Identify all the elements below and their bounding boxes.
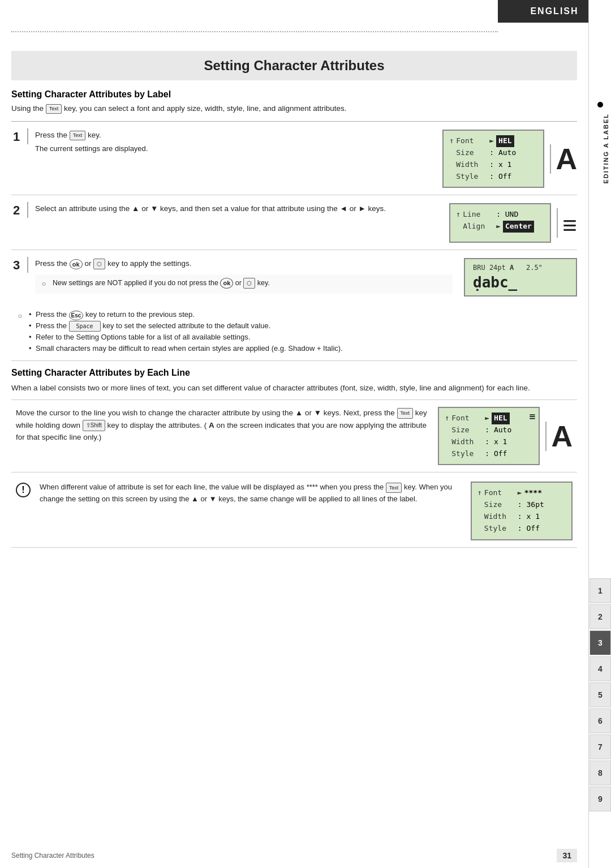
step-3-with-display: Press the ok or ⬡ key to apply the setti…: [35, 258, 577, 297]
step-1-row: 1 Press the Text key. The current settin…: [11, 122, 577, 195]
step-2-display: ↑ Line : UND Align ► Center: [449, 203, 577, 243]
lcd-row-font: ↑ Font ► HEL: [449, 135, 537, 147]
lcd-row-size: Size : Auto: [449, 147, 537, 159]
section1-heading: Setting Character Attributes by Label: [11, 89, 577, 100]
num-tab-9[interactable]: 9: [590, 787, 611, 811]
step-2-row: 2 Select an attribute using the ▲ or ▼ k…: [11, 195, 577, 250]
section2-display: ≡ ↑ Font ► HEL Size : Auto Width: [438, 407, 573, 465]
big-char-a1: A: [550, 144, 577, 174]
bullet-list: Press the Esc key to return to the previ…: [29, 309, 343, 354]
bullet-3: Refer to the Setting Options table for a…: [29, 332, 343, 343]
step-3-display: BRU 24pt A 2.5" ḍabc_: [464, 258, 577, 297]
side-dot: [597, 102, 603, 108]
w-lcd-row-size: Size : 36pt: [477, 499, 566, 511]
w-lcd-row-font: ↑ Font ► ****: [477, 487, 566, 499]
num-tab-3[interactable]: 3: [590, 630, 611, 655]
section2-intro: When a label consists two or more lines …: [11, 383, 577, 394]
step-1-with-display: Press the Text key. The current settings…: [35, 130, 577, 188]
esc-icon: Esc: [69, 311, 84, 320]
s2-lcd-row-width: Width : x 1: [445, 436, 533, 448]
footer-page: 31: [557, 849, 577, 862]
num-tab-7[interactable]: 7: [590, 734, 611, 759]
bullet-row: ⚬ Press the Esc key to return to the pre…: [16, 309, 577, 354]
page-title-box: Setting Character Attributes: [11, 51, 577, 80]
step-3-left: Press the ok or ⬡ key to apply the setti…: [35, 258, 453, 293]
language-label: ENGLISH: [530, 6, 578, 16]
step-1-left: Press the Text key. The current settings…: [35, 130, 431, 153]
side-panel: EDITING A LABEL 1 2 3 4 5 6 7 8 9: [588, 0, 611, 868]
print-key-note: ⬡: [243, 278, 255, 289]
step-3-text: Press the ok or ⬡ key to apply the setti…: [35, 258, 453, 269]
step-1-content: Press the Text key. The current settings…: [35, 128, 577, 188]
shift-key: ⇧Shift: [83, 420, 105, 431]
num-tab-5[interactable]: 5: [590, 682, 611, 707]
num-tab-4[interactable]: 4: [590, 656, 611, 681]
section2-heading: Setting Character Attributes by Each Lin…: [11, 368, 577, 378]
section2-step-row: Move the cursor to the line you wish to …: [11, 399, 577, 472]
lcd-top-row: BRU 24pt A 2.5": [473, 264, 568, 272]
page-title: Setting Character Attributes: [204, 58, 384, 73]
text-key-warn: Text: [386, 483, 402, 493]
warning-display: ↑ Font ► **** Size : 36pt Width : x 1: [471, 482, 573, 540]
lcd-row-style: Style : Off: [449, 171, 537, 183]
main-content: Setting Character Attributes Setting Cha…: [0, 23, 588, 868]
footer: Setting Character Attributes 31: [0, 849, 588, 862]
w-lcd-row-style: Style : Off: [477, 523, 566, 535]
bullet-section: ⚬ Press the Esc key to return to the pre…: [11, 303, 577, 361]
lcd-row-align: Align ► Center: [456, 221, 544, 233]
footer-label: Setting Character Attributes: [11, 852, 94, 860]
ok-icon: ok: [70, 259, 83, 270]
step-1-lcd: ↑ Font ► HEL Size : Auto: [442, 130, 544, 188]
num-tab-8[interactable]: 8: [590, 760, 611, 785]
lamp-symbol: ⚬: [40, 278, 48, 290]
ok-icon-note: ok: [220, 278, 233, 289]
text-key-s2: Text: [397, 408, 414, 418]
steps-section: 1 Press the Text key. The current settin…: [11, 121, 577, 303]
step-3-note: ⚬ New settings are NOT applied if you do…: [35, 274, 453, 294]
s2-lcd-row-font: ↑ Font ► HEL: [445, 412, 533, 424]
text-key-s1: Text: [70, 131, 86, 141]
step-3-number: 3: [11, 257, 28, 273]
step-3-row: 3 Press the ok or ⬡ key to apply the set…: [11, 250, 577, 303]
lcd-row-width: Width : x 1: [449, 159, 537, 171]
step-2-content: Select an attribute using the ▲ or ▼ key…: [35, 202, 577, 243]
step-1-lcd-area: ↑ Font ► HEL Size : Auto: [442, 130, 577, 188]
side-label: EDITING A LABEL: [603, 113, 609, 184]
number-tabs: 1 2 3 4 5 6 7 8 9: [590, 578, 611, 811]
step-1-subtext: The current settings are displayed.: [35, 144, 431, 154]
step-1-text: Press the Text key.: [35, 130, 431, 141]
w-lcd-row-width: Width : x 1: [477, 511, 566, 523]
bullet-2: Press the Space key to set the selected …: [29, 320, 343, 332]
s2-lcd-row-style: Style : Off: [445, 448, 533, 460]
num-tab-6[interactable]: 6: [590, 708, 611, 733]
bullet-4: Small characters may be difficult to rea…: [29, 343, 343, 354]
print-key: ⬡: [93, 259, 105, 269]
step-3-lcd: BRU 24pt A 2.5" ḍabc_: [464, 258, 577, 297]
lcd-row-line: ↑ Line : UND: [456, 209, 544, 221]
warning-lcd: ↑ Font ► **** Size : 36pt Width : x 1: [471, 482, 573, 540]
step-1-number: 1: [11, 128, 28, 144]
space-key: Space: [69, 321, 101, 332]
step-3-note-text: New settings are NOT applied if you do n…: [53, 278, 270, 289]
bullet-1: Press the Esc key to return to the previ…: [29, 309, 343, 320]
warning-text: When different value of attribute is set…: [40, 482, 462, 505]
lamp-icon: ⚬: [16, 310, 24, 323]
step-2-number: 2: [11, 202, 28, 218]
step-2-left: Select an attribute using the ▲ or ▼ key…: [35, 203, 438, 214]
big-char-a3: A: [545, 422, 573, 451]
num-tab-1[interactable]: 1: [590, 578, 611, 603]
section2-lcd-area: ≡ ↑ Font ► HEL Size : Auto Width: [438, 407, 573, 465]
step-3-content: Press the ok or ⬡ key to apply the setti…: [35, 257, 577, 297]
warning-row: ! When different value of attribute is s…: [11, 475, 577, 547]
section2-step-text: Move the cursor to the line you wish to …: [16, 407, 429, 444]
big-char-a2: ≡: [557, 208, 577, 238]
text-key-intro: Text: [46, 104, 62, 114]
step-1-display: ↑ Font ► HEL Size : Auto: [442, 130, 577, 188]
num-tab-2[interactable]: 2: [590, 604, 611, 629]
intro-text: Using the Text key, you can select a fon…: [11, 103, 577, 114]
step-2-with-display: Select an attribute using the ▲ or ▼ key…: [35, 203, 577, 243]
lcd-main-text: ḍabc_: [473, 274, 568, 291]
warning-icon: !: [16, 483, 31, 497]
step-2-lcd: ↑ Line : UND Align ► Center: [449, 203, 551, 243]
s2-lcd-row-size: Size : Auto: [445, 424, 533, 436]
